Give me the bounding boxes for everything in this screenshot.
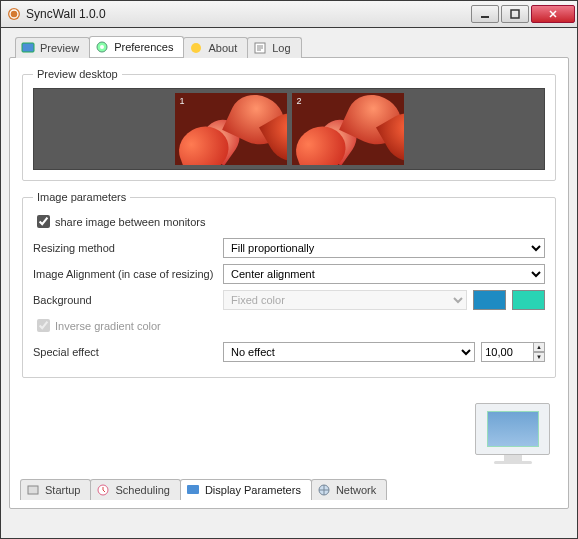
- window-title: SyncWall 1.0.0: [26, 7, 471, 21]
- background-label: Background: [33, 294, 223, 306]
- preview-legend: Preview desktop: [33, 68, 122, 80]
- color-swatch-2[interactable]: [512, 290, 545, 310]
- maximize-button[interactable]: [501, 5, 529, 23]
- monitor-preview: 1 2: [33, 88, 545, 170]
- svg-rect-2: [511, 10, 519, 18]
- spinner-input[interactable]: [481, 342, 533, 362]
- tab-label: Network: [336, 484, 376, 496]
- image-parameters-group: Image parameters share image between mon…: [22, 191, 556, 378]
- tab-startup[interactable]: Startup: [20, 479, 91, 500]
- special-effect-label: Special effect: [33, 346, 223, 358]
- image-alignment-select[interactable]: Center alignment: [223, 264, 545, 284]
- tab-label: Preferences: [114, 41, 173, 53]
- log-icon: [253, 41, 267, 55]
- tab-display-parameters[interactable]: Display Parameters: [180, 479, 312, 500]
- monitor-2[interactable]: 2: [292, 93, 404, 165]
- preferences-panel: Preview desktop 1 2 Image parameters: [9, 57, 569, 509]
- tab-label: Preview: [40, 42, 79, 54]
- monitor-1[interactable]: 1: [175, 93, 287, 165]
- monitor-illustration-icon: [475, 403, 550, 464]
- startup-icon: [26, 483, 40, 497]
- effect-value-spinner[interactable]: ▲ ▼: [481, 342, 545, 362]
- svg-rect-10: [187, 485, 199, 494]
- tab-label: Scheduling: [115, 484, 169, 496]
- preview-icon: [21, 41, 35, 55]
- monitor-number: 2: [297, 96, 302, 106]
- alignment-label: Image Alignment (in case of resizing): [33, 268, 223, 280]
- tab-label: Log: [272, 42, 290, 54]
- tab-about[interactable]: About: [183, 37, 248, 58]
- svg-rect-3: [22, 43, 34, 52]
- background-select: Fixed color: [223, 290, 467, 310]
- resizing-method-select[interactable]: Fill proportionally: [223, 238, 545, 258]
- share-image-checkbox[interactable]: [37, 215, 50, 228]
- gear-icon: [95, 40, 109, 54]
- params-legend: Image parameters: [33, 191, 130, 203]
- app-icon: [7, 7, 21, 21]
- svg-rect-8: [28, 486, 38, 494]
- titlebar: SyncWall 1.0.0: [0, 0, 578, 28]
- special-effect-select[interactable]: No effect: [223, 342, 475, 362]
- tab-label: Startup: [45, 484, 80, 496]
- display-icon: [186, 483, 200, 497]
- svg-point-6: [191, 43, 201, 53]
- inverse-gradient-label: Inverse gradient color: [55, 320, 161, 332]
- star-icon: [189, 41, 203, 55]
- color-swatch-1[interactable]: [473, 290, 506, 310]
- preview-desktop-group: Preview desktop 1 2: [22, 68, 556, 181]
- tab-preview[interactable]: Preview: [15, 37, 90, 58]
- tab-preferences[interactable]: Preferences: [89, 36, 184, 57]
- minimize-button[interactable]: [471, 5, 499, 23]
- svg-rect-1: [481, 16, 489, 18]
- tab-network[interactable]: Network: [311, 479, 387, 500]
- svg-point-5: [100, 45, 104, 49]
- tab-label: About: [208, 42, 237, 54]
- clock-icon: [96, 483, 110, 497]
- close-button[interactable]: [531, 5, 575, 23]
- spinner-down[interactable]: ▼: [533, 352, 545, 362]
- monitor-number: 1: [180, 96, 185, 106]
- tab-label: Display Parameters: [205, 484, 301, 496]
- resizing-label: Resizing method: [33, 242, 223, 254]
- tab-log[interactable]: Log: [247, 37, 301, 58]
- globe-icon: [317, 483, 331, 497]
- share-image-label: share image between monitors: [55, 216, 205, 228]
- spinner-up[interactable]: ▲: [533, 342, 545, 352]
- tab-scheduling[interactable]: Scheduling: [90, 479, 180, 500]
- inverse-gradient-checkbox: [37, 319, 50, 332]
